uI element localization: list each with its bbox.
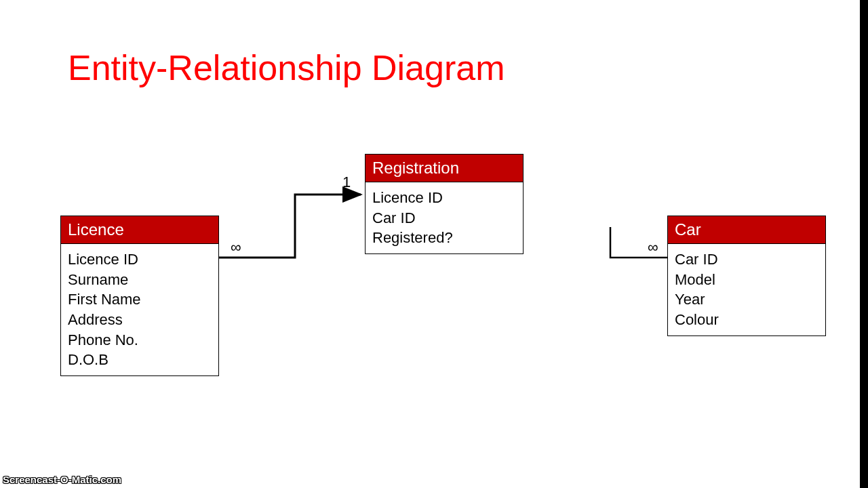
- cardinality-registration: 1: [342, 174, 351, 191]
- entity-attr: Colour: [675, 310, 818, 330]
- entity-attr: D.O.B: [68, 350, 212, 370]
- entity-car-body: Car ID Model Year Colour: [668, 244, 825, 336]
- cardinality-car: ∞: [648, 239, 658, 256]
- entity-attr: Licence ID: [68, 249, 212, 270]
- entity-registration-body: Licence ID Car ID Registered?: [366, 182, 523, 253]
- cardinality-licence: ∞: [231, 239, 241, 256]
- entity-registration-header: Registration: [366, 155, 523, 182]
- entity-attr: Registered?: [372, 228, 516, 248]
- entity-attr: Model: [675, 270, 818, 290]
- entity-attr: Licence ID: [372, 188, 516, 208]
- entity-licence: Licence Licence ID Surname First Name Ad…: [60, 216, 219, 376]
- entity-attr: Surname: [68, 270, 212, 290]
- entity-licence-header: Licence: [61, 216, 218, 244]
- right-black-border: [860, 0, 868, 488]
- entity-attr: First Name: [68, 289, 212, 310]
- entity-attr: Year: [675, 289, 818, 310]
- page-title: Entity-Relationship Diagram: [68, 47, 505, 88]
- entity-attr: Car ID: [675, 249, 818, 270]
- entity-attr: Address: [68, 310, 212, 330]
- entity-car-header: Car: [668, 216, 825, 244]
- entity-attr: Phone No.: [68, 330, 212, 350]
- entity-attr: Car ID: [372, 208, 516, 228]
- connector-car-stub: [610, 227, 667, 258]
- watermark: Screencast-O-Matic.com: [3, 474, 121, 485]
- entity-car: Car Car ID Model Year Colour: [667, 216, 826, 336]
- entity-licence-body: Licence ID Surname First Name Address Ph…: [61, 244, 218, 375]
- entity-registration: Registration Licence ID Car ID Registere…: [365, 154, 524, 254]
